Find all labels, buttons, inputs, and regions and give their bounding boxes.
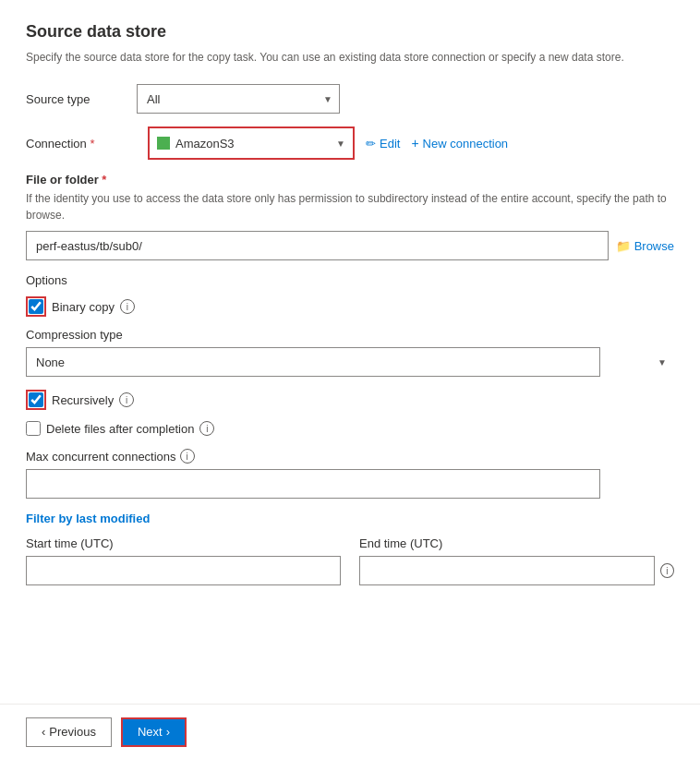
- start-time-label: Start time (UTC): [26, 536, 341, 550]
- time-row: Start time (UTC) End time (UTC) i: [26, 536, 674, 585]
- end-time-info-icon: i: [660, 563, 674, 578]
- page-title: Source data store: [26, 22, 674, 42]
- end-time-input-row: i: [359, 556, 674, 585]
- plus-icon: +: [411, 136, 418, 151]
- previous-button[interactable]: ‹ Previous: [26, 717, 112, 747]
- binary-copy-checkbox[interactable]: [29, 299, 43, 314]
- amazon-s3-icon: [157, 137, 170, 150]
- max-connections-input[interactable]: [26, 469, 600, 499]
- filter-title: Filter by last modified: [26, 512, 674, 525]
- footer-bar: ‹ Previous Next ›: [0, 704, 700, 759]
- new-connection-link[interactable]: + New connection: [411, 136, 508, 151]
- start-time-field: Start time (UTC): [26, 536, 341, 585]
- compression-select[interactable]: None: [26, 347, 600, 377]
- file-folder-input-row: 📁 Browse: [26, 231, 674, 260]
- compression-select-wrapper: None ▼: [26, 347, 674, 377]
- end-time-field: End time (UTC) i: [359, 536, 674, 585]
- next-label: Next: [138, 725, 163, 739]
- delete-files-label: Delete files after completion: [46, 422, 194, 436]
- recursively-label: Recursively: [52, 393, 114, 407]
- binary-copy-checkbox-container: [26, 296, 46, 317]
- end-time-input[interactable]: [359, 556, 655, 585]
- compression-section: Compression type None ▼: [26, 328, 674, 377]
- connection-required-marker: *: [90, 137, 94, 151]
- binary-copy-row: Binary copy i: [26, 296, 674, 317]
- delete-files-checkbox[interactable]: [26, 421, 41, 436]
- file-folder-input[interactable]: [26, 231, 609, 260]
- delete-files-row: Delete files after completion i: [26, 421, 674, 436]
- connection-row: Connection * AmazonS3 ▼ ✏ Edit + New con…: [26, 126, 674, 160]
- end-time-label: End time (UTC): [359, 536, 674, 550]
- max-connections-info-icon: i: [180, 449, 195, 464]
- binary-copy-label: Binary copy: [52, 300, 115, 314]
- compression-label: Compression type: [26, 328, 674, 342]
- previous-chevron-icon: ‹: [42, 725, 45, 739]
- max-connections-section: Max concurrent connections i: [26, 449, 674, 499]
- edit-pencil-icon: ✏: [366, 137, 376, 151]
- options-title: Options: [26, 273, 674, 287]
- browse-button[interactable]: 📁 Browse: [616, 239, 674, 253]
- source-type-label: Source type: [26, 92, 137, 106]
- folder-icon: 📁: [616, 239, 631, 253]
- previous-label: Previous: [49, 725, 96, 739]
- start-time-input[interactable]: [26, 556, 341, 585]
- file-folder-required-marker: *: [102, 173, 106, 187]
- filter-section: Filter by last modified Start time (UTC)…: [26, 512, 674, 585]
- connection-label: Connection *: [26, 137, 137, 151]
- options-section: Options Binary copy i: [26, 273, 674, 317]
- source-type-select[interactable]: All: [137, 84, 340, 114]
- edit-connection-link[interactable]: ✏ Edit: [366, 137, 400, 151]
- binary-copy-info-icon: i: [120, 299, 135, 314]
- connection-select-wrapper: AmazonS3 ▼: [148, 126, 355, 160]
- recursively-checkbox[interactable]: [29, 392, 43, 407]
- max-connections-label: Max concurrent connections i: [26, 449, 674, 464]
- file-folder-description: If the identity you use to access the da…: [26, 190, 674, 223]
- delete-files-info-icon: i: [199, 421, 214, 436]
- next-button[interactable]: Next ›: [121, 717, 187, 747]
- recursively-row: Recursively i: [26, 390, 674, 410]
- compression-chevron-icon: ▼: [658, 357, 667, 367]
- source-type-select-wrapper: All ▼: [137, 84, 340, 114]
- next-chevron-icon: ›: [166, 725, 170, 739]
- page-description: Specify the source data store for the co…: [26, 49, 674, 66]
- recursively-info-icon: i: [119, 392, 134, 407]
- connection-select[interactable]: AmazonS3: [150, 128, 353, 158]
- recursively-checkbox-container: [26, 390, 46, 410]
- file-folder-label: File or folder *: [26, 173, 674, 187]
- file-folder-section: File or folder * If the identity you use…: [26, 173, 674, 260]
- source-type-row: Source type All ▼: [26, 84, 674, 114]
